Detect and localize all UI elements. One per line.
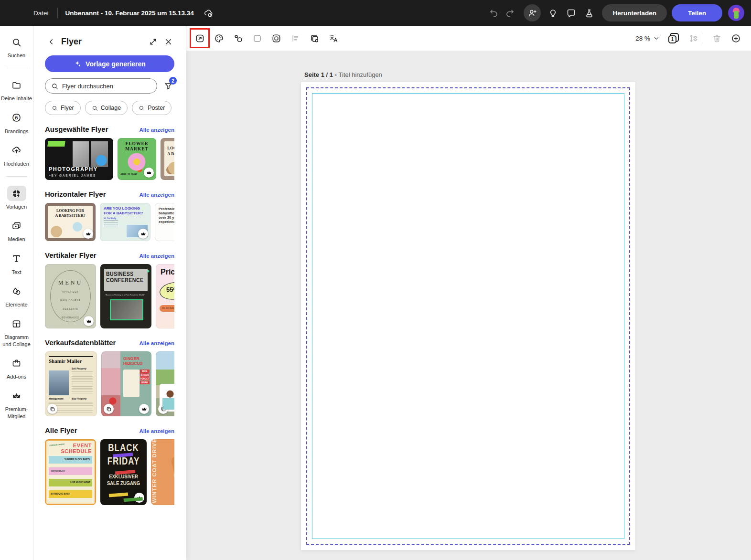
show-all-link[interactable]: Alle anzeigen [139,340,175,346]
template-thumbnail-flower[interactable]: FLOWERMARKETAPRIL 28, 11AM [118,138,156,180]
show-all-link[interactable]: Alle anzeigen [139,192,175,198]
thumbnail-text: BARBEQUE BASH [49,490,92,498]
divider [703,32,703,44]
grid-icon [11,319,21,329]
beta-flask-button[interactable] [581,5,597,21]
color-palette-button[interactable] [212,32,225,45]
multipage-badge [104,404,114,414]
thumbnail-text: STRAIN [140,373,150,377]
show-all-link[interactable]: Alle anzeigen [139,253,175,259]
sidebar-item-medien[interactable]: Medien [1,218,32,243]
expand-panel-icon[interactable] [147,35,159,48]
back-button[interactable] [45,35,57,48]
template-thumbnail-conference[interactable]: BUSINESSCONFERENCE"Business Thinking in … [100,264,151,328]
thumbnail-text: FOR A BABYSITTER? [104,211,143,215]
show-all-link[interactable]: Alle anzeigen [139,428,175,434]
page-overview-button[interactable]: 1 [668,33,679,43]
sidebar-item-add-ons[interactable]: Add-ons [1,356,32,380]
search-icon [11,37,21,47]
folder-icon [11,80,21,90]
comments-button[interactable] [563,5,579,21]
template-thumbnail-photography[interactable]: PHOTOGRAPHY»BY GABRIEL JAMES [45,138,113,180]
sidebar-item-deine-inhalte[interactable]: Deine Inhalte [1,77,32,102]
thumbnail-text: LOOKING FOR [167,146,174,150]
template-thumbnail-price[interactable]: Price55%On All Items → [156,264,174,328]
left-sidebar: Suchen Deine Inhalte Brandings Hochladen… [0,26,33,560]
zoom-control[interactable]: 28 % [635,35,660,42]
sidebar-item-hochladen[interactable]: Hochladen [1,143,32,167]
tips-lightbulb-button[interactable] [545,5,561,21]
delete-page-button[interactable] [710,32,723,45]
filter-button[interactable]: 2 [162,79,174,93]
chip-label: Poster [148,105,165,111]
template-thumbnail-ginger[interactable]: GINGERHIBISCUSBOILSTRAINFORGETDRINK [101,351,151,416]
template-thumbnail-park[interactable]: INCORE [156,351,174,416]
search-chips: Flyer Collage Poster [45,101,174,115]
template-section: Horizontaler Flyer Alle anzeigen LOOKING… [45,190,174,241]
frame-button[interactable] [269,32,283,45]
adobe-express-logo[interactable] [8,6,22,20]
sidebar-item-label: Medien [8,236,25,243]
thumbnail-text: PHOTOGRAPHY [49,166,97,172]
thumbnail-text: BOIL [140,370,150,373]
sidebar-item-label: Elemente [5,301,27,308]
cloud-sync-icon[interactable] [201,5,217,21]
premium-icon [11,391,21,401]
undo-button[interactable] [485,5,502,21]
align-button[interactable] [289,32,302,45]
file-menu[interactable]: Datei [33,10,49,17]
template-thumbnail-shamir[interactable]: Shamir MailerSell PropertyManagementBuy … [45,351,97,416]
template-section: Alle Flyer Alle anzeigen EVENTSCHEDULESU… [45,426,174,505]
user-avatar[interactable] [728,5,744,21]
generate-template-button[interactable]: Vorlage generieren [45,55,174,72]
document-page[interactable] [301,82,635,550]
duplicate-pages-button[interactable] [308,32,321,45]
template-thumbnail-menu[interactable]: MENUAPPETIZERMAIN COURSEDESSERTSBEVERAGE… [45,264,96,328]
share-button[interactable]: Teilen [672,4,722,21]
template-thumbnail-wintercoat[interactable]: WINTER COAT DRIVECOATS SCARVESGLOVES BOO… [151,439,174,505]
adobe-express-app: Datei Unbenannt - 10. Februar 2025 um 15… [0,0,751,560]
thumbnail-text: A BABYSITTER? [45,213,96,218]
sidebar-item-premium-mitglied[interactable]: Premium-Mitglied [1,388,32,420]
template-thumbnail-bab-mint[interactable]: ARE YOU LOOKINGFOR A BABYSITTER?Hi, I'm … [100,203,150,241]
sidebar-item-diagramm-und-collage[interactable]: Diagramm und Collage [1,316,32,348]
translate-button[interactable] [327,32,340,45]
animation-button[interactable] [231,32,245,45]
sidebar-item-suchen[interactable]: Suchen [1,34,32,59]
template-thumbnail-event[interactable]: EVENTSCHEDULESUMMER BLOCK PARTYTRIVIA NI… [45,439,96,505]
document-title[interactable]: Unbenannt - 10. Februar 2025 um 15.13.34 [65,10,194,17]
chip-collage[interactable]: Collage [85,101,128,115]
template-thumbnail-bab-pro[interactable]: Professionalbabysitter withover 20 years… [155,203,174,241]
search-box[interactable] [45,78,157,94]
background-shape-button[interactable] [250,32,264,45]
invite-collaborators-button[interactable] [524,4,541,21]
redo-button[interactable] [502,5,518,21]
thumbnail-text: 55% [166,286,174,293]
upload-icon [11,145,21,155]
resize-tool-button[interactable] [193,32,206,45]
premium-crown-badge [139,404,149,414]
reorder-pages-button[interactable] [687,32,700,45]
chip-poster[interactable]: Poster [132,101,172,115]
search-input[interactable] [62,83,151,90]
search-icon [139,105,145,111]
thumbnail-row: PHOTOGRAPHY»BY GABRIEL JAMESFLOWERMARKET… [45,138,174,180]
thumbnail-text: Price [161,268,174,276]
template-thumbnail-bab-brown[interactable]: LOOKING FORA BABYSITTER? [45,203,96,241]
template-thumbnail-blackfriday[interactable]: BLACKFRIDAYEXKLUSIVERSALE ZUGANG [100,439,147,505]
thumbnail-text: On All Items → [162,306,174,309]
chip-flyer[interactable]: Flyer [45,101,81,115]
sidebar-item-vorlagen[interactable]: Vorlagen [1,186,32,210]
sidebar-item-label: Brandings [5,128,29,135]
sidebar-divider [6,68,27,68]
template-thumbnail-bab-tan[interactable]: LOOKING FORA BABYSITTER? [161,138,174,180]
add-page-button[interactable] [729,32,742,45]
sidebar-item-elemente[interactable]: Elemente [1,284,32,308]
sidebar-item-text[interactable]: Text [1,251,32,275]
page-title-placeholder[interactable]: Titel hinzufügen [339,71,382,78]
show-all-link[interactable]: Alle anzeigen [139,127,175,133]
sidebar-item-brandings[interactable]: Brandings [1,110,32,135]
download-button[interactable]: Herunterladen [602,4,667,21]
chevron-down-icon [653,35,660,42]
close-panel-icon[interactable] [162,35,174,48]
